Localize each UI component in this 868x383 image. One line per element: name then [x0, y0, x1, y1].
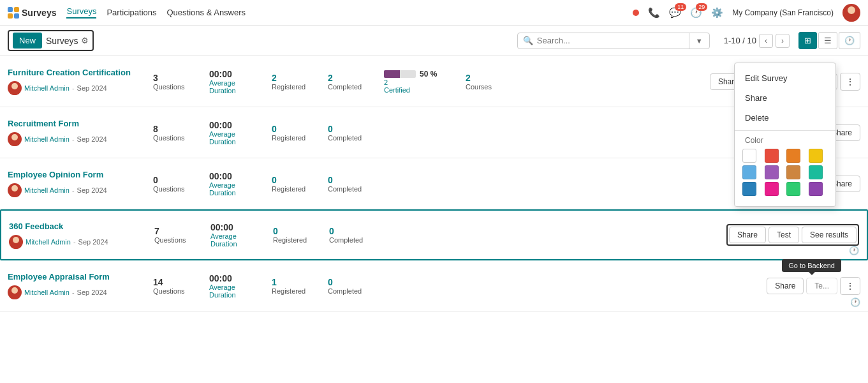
new-button[interactable]: New: [13, 33, 42, 49]
stat-questions: 14 Questions: [153, 277, 204, 295]
phone-icon[interactable]: 📞: [648, 7, 660, 19]
color-green[interactable]: [786, 182, 800, 196]
stat-certified: 50 % 2Certified: [384, 70, 460, 94]
questions-label: Questions: [154, 236, 205, 244]
status-dot: [633, 10, 639, 16]
row-clock-icon[interactable]: 🕐: [849, 246, 859, 255]
stat-completed: 2 Completed: [328, 73, 379, 91]
stat-duration: 00:00 AverageDuration: [209, 273, 267, 299]
row-clock-icon[interactable]: 🕐: [850, 297, 860, 307]
questions-num[interactable]: 14: [153, 277, 204, 287]
ctx-share[interactable]: Share: [735, 88, 835, 108]
prev-page-button[interactable]: ‹: [759, 34, 773, 48]
color-light-blue[interactable]: [742, 165, 756, 179]
registered-num[interactable]: 0: [272, 175, 323, 185]
author-avatar: [9, 235, 23, 249]
test-button[interactable]: Te...: [806, 278, 837, 294]
completed-label: Completed: [328, 134, 379, 142]
search-dropdown-arrow[interactable]: ▼: [689, 33, 709, 49]
avatar[interactable]: [842, 4, 860, 22]
more-options-button[interactable]: ⋮: [840, 277, 860, 295]
list-view-button[interactable]: ☰: [818, 32, 837, 49]
activity-badge: 29: [696, 3, 707, 11]
survey-date: Sep 2024: [77, 135, 107, 143]
activity-icon[interactable]: 🕐 29: [690, 7, 702, 19]
registered-num[interactable]: 0: [273, 226, 324, 236]
ctx-edit[interactable]: Edit Survey: [735, 68, 835, 88]
registered-num[interactable]: 1: [272, 277, 323, 287]
ctx-divider: [735, 130, 835, 131]
color-blue[interactable]: [742, 182, 756, 196]
color-purple[interactable]: [765, 165, 779, 179]
survey-info: 360 Feedback Mitchell Admin - Sep 2024: [9, 222, 149, 249]
color-red[interactable]: [765, 149, 779, 163]
registered-num[interactable]: 0: [272, 124, 323, 134]
survey-name[interactable]: Furniture Creation Certification: [8, 68, 148, 77]
courses-num[interactable]: 2: [466, 73, 510, 83]
completed-num[interactable]: 0: [328, 277, 379, 287]
survey-name[interactable]: Recruitment Form: [8, 119, 148, 128]
survey-name[interactable]: Employee Appraisal Form: [8, 272, 148, 282]
stat-duration: 00:00 AverageDuration: [210, 222, 268, 248]
chat-badge: 11: [675, 3, 686, 11]
ctx-delete[interactable]: Delete: [735, 108, 835, 128]
survey-name[interactable]: 360 Feedback: [9, 222, 149, 231]
company-name[interactable]: My Company (San Francisco): [732, 8, 834, 17]
survey-info: Employee Appraisal Form Mitchell Admin -…: [8, 272, 148, 299]
completed-num[interactable]: 0: [329, 226, 380, 236]
more-options-button[interactable]: ⋮: [840, 73, 860, 91]
completed-num[interactable]: 2: [328, 73, 379, 83]
see-results-button[interactable]: See results: [802, 227, 857, 243]
survey-row-highlighted: 360 Feedback Mitchell Admin - Sep 2024 7…: [0, 209, 868, 260]
color-brown[interactable]: [786, 165, 800, 179]
completed-num[interactable]: 0: [328, 124, 379, 134]
goto-backend-tooltip: Go to Backend: [782, 259, 841, 272]
survey-meta: Mitchell Admin - Sep 2024: [8, 285, 148, 299]
survey-meta: Mitchell Admin - Sep 2024: [8, 183, 148, 197]
share-button[interactable]: Share: [729, 227, 766, 243]
chat-icon[interactable]: 💬 11: [669, 7, 681, 19]
color-yellow[interactable]: [809, 149, 823, 163]
color-teal[interactable]: [809, 165, 823, 179]
certified-label[interactable]: 2Certified: [384, 79, 460, 94]
view-toggle: ⊞ ☰ 🕐: [798, 32, 860, 49]
logo[interactable]: Surveys: [8, 7, 56, 19]
survey-name[interactable]: Employee Opinion Form: [8, 170, 148, 179]
dash: -: [72, 186, 75, 194]
progress-bar: [384, 70, 416, 78]
search-input[interactable]: [537, 36, 684, 45]
clock-view-button[interactable]: 🕐: [839, 32, 860, 49]
questions-num[interactable]: 8: [153, 124, 204, 134]
progress-fill: [384, 70, 400, 78]
questions-num[interactable]: 3: [153, 73, 204, 83]
completed-label: Completed: [328, 287, 379, 295]
duration-label: AverageDuration: [210, 232, 268, 248]
color-dark-purple[interactable]: [809, 182, 823, 196]
test-button[interactable]: Test: [769, 227, 799, 243]
color-white[interactable]: [742, 149, 756, 163]
next-page-button[interactable]: ›: [776, 34, 790, 48]
questions-label: Questions: [153, 287, 204, 295]
share-button[interactable]: Share: [767, 278, 804, 294]
settings-icon[interactable]: ⚙️: [711, 7, 723, 19]
completed-num[interactable]: 0: [328, 175, 379, 185]
svg-point-7: [9, 192, 20, 197]
gear-icon[interactable]: ⚙: [81, 36, 89, 45]
ctx-color-label: Color: [735, 133, 835, 149]
registered-num[interactable]: 2: [272, 73, 323, 83]
nav-participations[interactable]: Participations: [107, 8, 156, 17]
stat-questions: 8 Questions: [153, 124, 204, 142]
questions-num[interactable]: 0: [153, 175, 204, 185]
questions-num[interactable]: 7: [154, 226, 205, 236]
survey-meta: Mitchell Admin - Sep 2024: [9, 235, 149, 249]
courses-label: Courses: [466, 83, 510, 91]
nav-surveys[interactable]: Surveys: [66, 6, 96, 19]
color-pink[interactable]: [765, 182, 779, 196]
completed-label: Completed: [329, 236, 380, 244]
kanban-view-button[interactable]: ⊞: [798, 32, 817, 49]
color-orange[interactable]: [786, 149, 800, 163]
stat-duration: 00:00 AverageDuration: [209, 69, 267, 94]
stat-registered: 1 Registered: [272, 277, 323, 295]
survey-date: Sep 2024: [78, 238, 108, 246]
nav-qa[interactable]: Questions & Answers: [167, 8, 246, 17]
